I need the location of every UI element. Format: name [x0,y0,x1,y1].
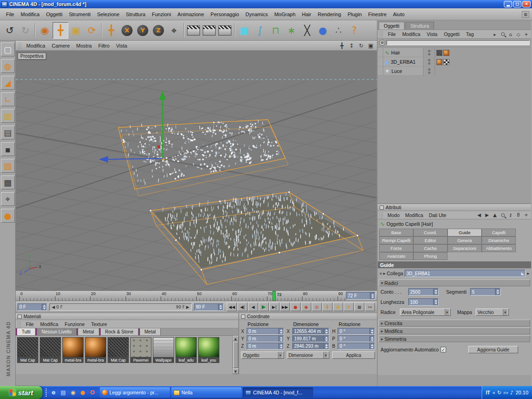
render-view-icon[interactable] [186,22,201,39]
om-menu-vista[interactable]: Vista [423,30,441,38]
lock-z-icon[interactable]: Z [151,22,166,39]
ball-tag-icon[interactable] [443,50,449,56]
overflow-icon[interactable]: ▸ [491,31,498,37]
autokey-icon[interactable]: ◉ [301,302,311,311]
radice-dropdown[interactable]: Area Poligonale ▾ [400,308,451,316]
make-editable-icon[interactable]: ◍ [1,59,15,73]
menubar-gadget-icon[interactable]: ▦ [522,11,529,18]
coord-rotazione-b-field[interactable]: 0 ° [338,343,375,350]
mappa-dropdown[interactable]: Vecchio ▾ [476,308,509,316]
preview-range-slider[interactable]: ◀ 0 F 90 F ▶ [49,303,192,311]
back-icon[interactable]: ◀ [476,212,483,218]
viewport-menu-filtro[interactable]: Filtro [95,42,113,49]
viewport-canvas[interactable]: YXZ [16,51,377,291]
undo-icon[interactable]: ↺ [2,22,18,39]
materials-tab-metal[interactable]: Metal [77,328,99,335]
picker-icon[interactable]: ◣ [520,271,526,276]
add-spline-icon[interactable]: ∫ [252,22,268,39]
materials-tab-rock-stone[interactable]: Rock & Stone [99,328,139,335]
snap-icon[interactable]: ⌖ [1,192,15,206]
prev-key-icon[interactable]: ◀| [237,302,248,311]
attr-menu-modo[interactable]: Modo [385,212,402,219]
material-item-metal-bra[interactable]: metal-bra [85,337,107,374]
timeline-marker[interactable] [272,291,276,301]
viewport-menu-camere[interactable]: Camere [48,42,73,49]
add-icon[interactable]: + [523,31,530,37]
section-crescita[interactable]: ▸Crescita [379,320,530,326]
pan-view-icon[interactable]: ╋ [338,42,346,49]
scrollbar-thumb[interactable] [233,342,238,368]
update-icon[interactable]: ↻ [497,390,502,396]
hatch-tag-icon[interactable] [436,50,442,56]
keyframe-selection-icon[interactable]: ⊶ [365,302,375,311]
editor-visibility-dot[interactable] [428,68,430,71]
attr-tab-abbattimento[interactable]: Abbattimento [482,244,516,252]
restore-button[interactable] [513,1,521,7]
attr-tab-dinamiche[interactable]: Dinamiche [482,236,516,244]
viewport-menu-vista[interactable]: Vista [113,42,130,49]
conto-field[interactable]: 2500 [408,288,439,296]
add-scene-icon[interactable]: ● [315,22,331,39]
attr-tab-separazioni[interactable]: Separazioni [447,244,482,252]
points-mode-icon[interactable]: ▪ [1,142,15,156]
update-guides-button[interactable]: Aggiorna Guide [468,346,518,353]
coord-posizione-z-field[interactable]: 0 m [247,343,284,350]
materials-menu-funzione[interactable]: Funzione [61,320,88,328]
attr-tab-genera[interactable]: Genera [447,236,482,244]
menu-modifica[interactable]: Modifica [18,10,43,18]
attr-tab-cache[interactable]: Cache [413,244,447,252]
last-tool-icon[interactable]: ╋ [103,22,119,39]
attr-tab-capelli[interactable]: Capelli [482,229,516,236]
zoom-view-icon[interactable]: ↕ [347,42,356,49]
attr-tab-guide[interactable]: Guide [447,229,482,236]
om-menu-oggetti[interactable]: Oggetti [441,30,463,38]
task-nella[interactable]: Nella [171,387,242,398]
materials-tab-metal[interactable]: Metal [139,328,161,335]
viewport-view-label[interactable]: Prospettiva [18,53,46,60]
section-simmetria[interactable]: ▸Simmetria [379,335,530,342]
search-icon[interactable] [499,212,506,218]
current-frame-field[interactable]: 72 F [346,292,375,300]
material-item-leaf-you[interactable]: leaf_you [198,337,220,374]
lock-y-icon[interactable]: Y [135,22,151,39]
materials-tab-tutti[interactable]: Tutti [16,328,36,335]
panel-grip[interactable] [379,212,383,218]
render-visibility-dot[interactable] [428,53,430,55]
clear-filter-icon[interactable]: ⊗ [379,40,385,46]
redo-icon[interactable]: ↻ [18,22,33,39]
next-frame-icon[interactable]: ▶| [269,302,279,311]
rotate-tool-icon[interactable]: ⟳ [84,22,100,39]
opera-icon[interactable]: O [88,388,97,397]
polygons-mode-icon[interactable]: ▩ [1,175,15,189]
object-row-luce[interactable]: ☀Luce [378,66,531,76]
materials-menu-texture[interactable]: Texture [88,320,110,328]
model-mode-icon[interactable]: ◢ [1,76,15,90]
menu-hair[interactable]: Hair [299,10,314,18]
editor-visibility-dot[interactable] [428,50,430,52]
volume-icon[interactable]: ♪ [510,390,513,396]
move-tool-icon[interactable]: ╋ [53,22,68,39]
start-button[interactable]: start [0,386,42,399]
record-keyframe-icon[interactable]: ● [290,302,301,311]
tab-oggetti[interactable]: Oggetti [379,22,405,30]
editor-visibility-dot[interactable] [428,59,430,61]
checker-tag-icon[interactable] [443,59,449,65]
minimize-button[interactable] [504,1,512,7]
play-icon[interactable]: ▶ [259,302,269,311]
panel-grip[interactable] [17,321,21,327]
ball-tag-icon[interactable] [436,59,442,65]
rotate-view-icon[interactable]: ↻ [357,42,365,49]
goto-start-icon[interactable]: ◀◀ [227,302,237,311]
workplane-icon[interactable]: ▤ [1,126,15,139]
add-nurbs-icon[interactable]: ⊓ [268,22,284,39]
collega-field[interactable]: 3D_ERBA1 ◣ [405,270,526,277]
attr-tab-forze[interactable]: Forze [379,244,413,252]
attr-menu-dati-ute[interactable]: Dati Ute [426,212,449,219]
menu-aiuto[interactable]: Aiuto [390,10,408,18]
forward-icon[interactable]: ▶ [484,212,490,218]
media-player-icon[interactable]: ◉ [69,388,77,397]
keyframe-dot[interactable] [380,272,382,275]
auto-update-checkbox[interactable]: ✓ [441,347,446,352]
home-icon[interactable]: ⌂ [507,31,514,37]
clock[interactable]: 20.10 [515,390,528,395]
